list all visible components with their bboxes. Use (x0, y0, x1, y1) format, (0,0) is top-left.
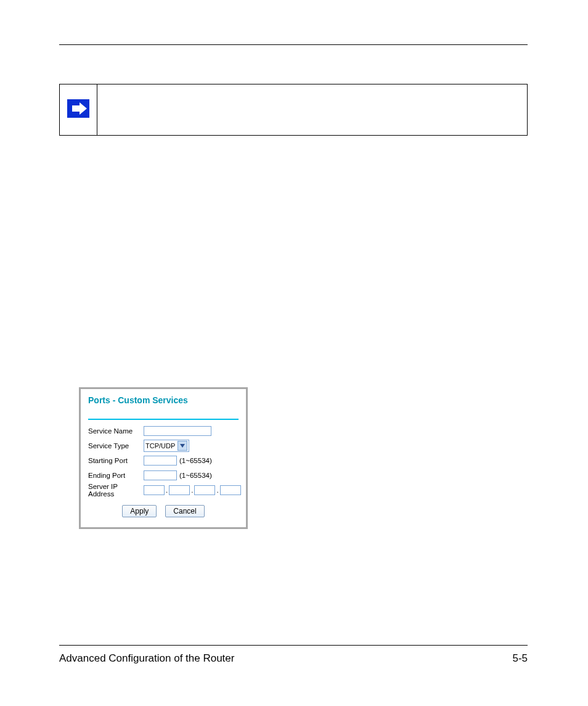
footer-right: 5-5 (512, 652, 528, 665)
service-type-select[interactable]: TCP/UDP (144, 440, 189, 452)
ending-port-hint: (1~65534) (179, 472, 212, 479)
chevron-down-icon (178, 441, 187, 451)
dialog-divider (88, 419, 239, 420)
service-name-label: Service Name (88, 427, 144, 435)
starting-port-input[interactable] (144, 456, 177, 466)
starting-port-label: Starting Port (88, 457, 144, 464)
header-rule (59, 44, 528, 45)
ports-custom-services-dialog: Ports - Custom Services Service Name Ser… (79, 387, 248, 529)
service-type-selected: TCP/UDP (145, 442, 175, 449)
note-icon-cell (60, 84, 97, 135)
ip-dot: . (190, 486, 194, 494)
server-ip-oct1-input[interactable] (144, 485, 165, 495)
note-box (59, 84, 528, 136)
ending-port-input[interactable] (144, 470, 177, 480)
dialog-button-row: Apply Cancel (88, 505, 239, 517)
service-type-label: Service Type (88, 442, 144, 449)
note-content (97, 84, 527, 135)
svg-marker-2 (180, 444, 185, 448)
page-footer: Advanced Configuration of the Router 5-5 (59, 652, 528, 665)
ending-port-row: Ending Port (1~65534) (88, 469, 239, 482)
service-name-row: Service Name (88, 425, 239, 437)
ip-dot: . (165, 486, 169, 494)
cancel-button[interactable]: Cancel (165, 505, 204, 517)
server-ip-oct2-input[interactable] (169, 485, 190, 495)
server-ip-oct3-input[interactable] (194, 485, 215, 495)
server-ip-label: Server IP Address (88, 483, 144, 498)
dialog-title: Ports - Custom Services (88, 395, 239, 405)
footer-left: Advanced Configuration of the Router (59, 652, 234, 665)
service-name-input[interactable] (144, 426, 211, 436)
server-ip-row: Server IP Address . . . (88, 484, 239, 496)
server-ip-oct4-input[interactable] (220, 485, 241, 495)
apply-button[interactable]: Apply (122, 505, 157, 517)
ending-port-label: Ending Port (88, 472, 144, 479)
ip-dot: . (215, 486, 219, 494)
footer-rule (59, 645, 528, 646)
service-type-row: Service Type TCP/UDP (88, 440, 239, 452)
arrow-right-icon (67, 99, 89, 120)
starting-port-hint: (1~65534) (179, 457, 212, 464)
starting-port-row: Starting Port (1~65534) (88, 454, 239, 467)
